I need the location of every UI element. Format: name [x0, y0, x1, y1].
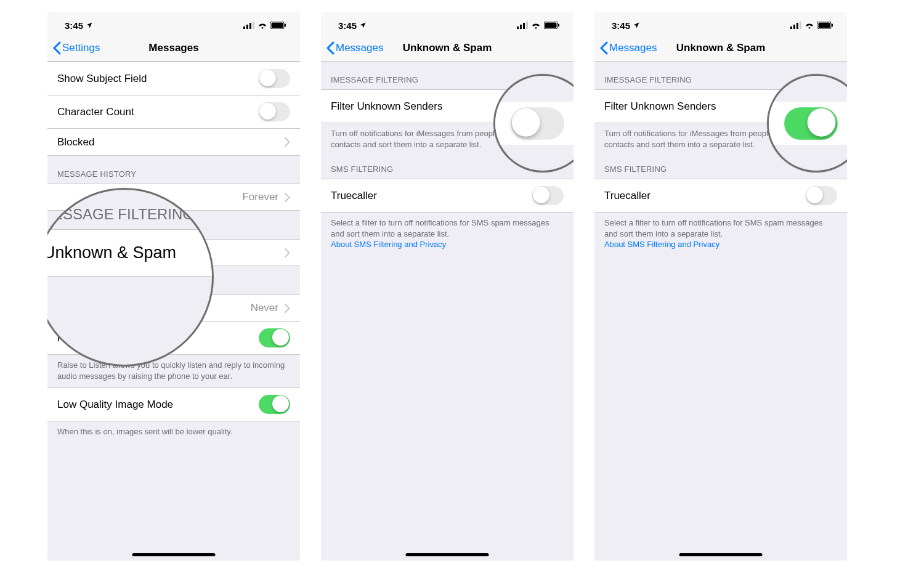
svg-rect-15 — [793, 25, 795, 29]
footer-sms: Select a filter to turn off notification… — [321, 213, 573, 256]
footer-sms: Select a filter to turn off notification… — [594, 213, 847, 256]
nav-title: Unknown & Spam — [676, 42, 766, 54]
mag-row-unknown-spam[interactable]: Unknown & Spam — [47, 229, 214, 277]
status-bar: 3:45 — [47, 12, 300, 34]
svg-rect-8 — [520, 25, 522, 29]
footer-sms-text: Select a filter to turn off notification… — [331, 218, 549, 238]
svg-rect-0 — [243, 26, 245, 29]
row-label: Character Count — [57, 106, 134, 118]
status-time: 3:45 — [65, 20, 83, 31]
svg-rect-14 — [790, 26, 792, 29]
row-label: Low Quality Image Mode — [57, 399, 173, 411]
row-label: Blocked — [57, 136, 94, 148]
svg-rect-3 — [253, 22, 254, 29]
mag-row-label: Unknown & Spam — [47, 243, 176, 262]
svg-rect-2 — [249, 23, 251, 29]
nav-bar: Messages Unknown & Spam — [594, 34, 847, 62]
footer-raise: Raise to Listen allows you to quickly li… — [47, 355, 300, 387]
svg-rect-1 — [246, 25, 248, 29]
svg-rect-12 — [545, 23, 557, 28]
row-label: Truecaller — [604, 190, 650, 202]
nav-back-label: Messages — [609, 42, 657, 54]
chevron-left-icon — [326, 41, 334, 55]
phone-screen-1: 3:45 Settings Messages Sh — [47, 12, 300, 561]
toggle-char-count[interactable] — [259, 102, 290, 121]
home-indicator[interactable] — [132, 553, 216, 556]
toggle-show-subject[interactable] — [259, 69, 290, 88]
battery-icon — [817, 22, 833, 29]
chevron-right-icon — [285, 137, 290, 147]
nav-back-button[interactable]: Settings — [52, 41, 100, 55]
chevron-left-icon — [52, 41, 61, 55]
nav-title: Messages — [148, 42, 198, 54]
nav-bar: Messages Unknown & Spam — [321, 34, 573, 62]
chevron-right-icon — [285, 193, 290, 202]
link-sms-privacy[interactable]: About SMS Filtering and Privacy — [331, 240, 446, 249]
toggle-truecaller[interactable] — [532, 186, 564, 205]
toggle-truecaller[interactable] — [806, 186, 837, 205]
nav-bar: Settings Messages — [47, 34, 300, 62]
row-truecaller[interactable]: Truecaller — [594, 179, 847, 213]
nav-back-label: Settings — [62, 42, 100, 54]
row-truecaller[interactable]: Truecaller — [321, 179, 573, 213]
row-label: Show Subject Field — [57, 73, 147, 85]
phone-screen-2: 3:45 Messages Unknown & Spam IME — [321, 12, 573, 561]
row-label: Filter Unknown Senders — [331, 100, 442, 113]
keep-messages-value: Forever — [242, 191, 278, 203]
svg-rect-20 — [832, 24, 833, 27]
toggle-raise-to-listen[interactable] — [259, 328, 290, 347]
svg-rect-7 — [517, 26, 519, 29]
svg-rect-13 — [558, 24, 559, 27]
nav-back-button[interactable]: Messages — [599, 41, 657, 55]
row-character-count[interactable]: Character Count — [47, 95, 300, 129]
row-label: Truecaller — [331, 190, 377, 202]
row-show-subject[interactable]: Show Subject Field — [47, 62, 300, 95]
toggle-low-quality[interactable] — [259, 395, 290, 414]
svg-rect-17 — [800, 22, 801, 29]
svg-rect-19 — [819, 23, 830, 28]
location-icon — [86, 22, 93, 29]
home-indicator[interactable] — [406, 553, 489, 556]
group-header-history: MESSAGE HISTORY — [47, 156, 300, 184]
wifi-icon — [804, 22, 814, 29]
row-blocked[interactable]: Blocked — [47, 129, 300, 156]
chevron-left-icon — [599, 41, 608, 55]
battery-icon — [270, 22, 286, 29]
home-indicator[interactable] — [679, 553, 763, 556]
nav-title: Unknown & Spam — [403, 42, 492, 54]
chevron-right-icon — [285, 248, 290, 258]
status-bar: 3:45 — [594, 12, 847, 34]
location-icon — [359, 22, 367, 29]
phone-screen-3: 3:45 Messages Unknown & Spam IME — [594, 12, 847, 561]
signal-icon — [790, 22, 801, 29]
nav-back-button[interactable]: Messages — [326, 41, 383, 55]
footer-low-quality: When this is on, images sent will be low… — [47, 421, 300, 444]
svg-rect-5 — [272, 23, 283, 28]
nav-back-label: Messages — [336, 42, 383, 54]
signal-icon — [517, 22, 528, 29]
chevron-right-icon — [285, 304, 290, 313]
link-sms-privacy[interactable]: About SMS Filtering and Privacy — [604, 240, 719, 249]
row-label: Filter Unknown Senders — [604, 100, 716, 113]
expire-value: Never — [251, 302, 278, 314]
svg-rect-16 — [796, 23, 798, 29]
status-time: 3:45 — [612, 20, 630, 31]
mag-toggle-on[interactable] — [784, 107, 838, 140]
row-low-quality[interactable]: Low Quality Image Mode — [47, 387, 300, 421]
footer-sms-text: Select a filter to turn off notification… — [604, 218, 823, 238]
status-time: 3:45 — [338, 20, 357, 31]
svg-rect-6 — [285, 24, 286, 27]
mag-toggle-off[interactable] — [511, 107, 564, 140]
wifi-icon — [257, 22, 267, 29]
svg-rect-10 — [526, 22, 528, 29]
signal-icon — [243, 22, 254, 29]
battery-icon — [544, 22, 560, 29]
location-icon — [633, 22, 640, 29]
status-bar: 3:45 — [321, 12, 573, 34]
svg-rect-9 — [523, 23, 525, 29]
wifi-icon — [531, 22, 541, 29]
